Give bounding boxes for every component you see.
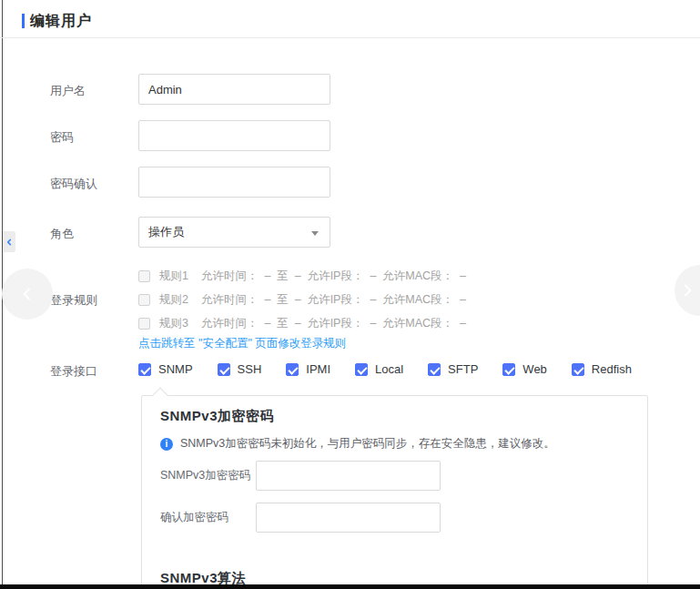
rule3-checkbox[interactable] bbox=[138, 318, 150, 330]
bottom-black-bar bbox=[0, 584, 700, 589]
rule3-detail: 允许时间： – 至 – 允许IP段： – 允许MAC段： – bbox=[201, 316, 466, 331]
login-rules-list: 规则1 允许时间： – 至 – 允许IP段： – 允许MAC段： – 规则2 允… bbox=[138, 264, 466, 335]
username-label: 用户名 bbox=[50, 83, 86, 99]
login-rules-label: 登录规则 bbox=[50, 292, 97, 309]
snmpv3-confirm-input[interactable] bbox=[256, 503, 441, 533]
rule2-checkbox[interactable] bbox=[138, 294, 150, 306]
panel-callout-notch bbox=[153, 388, 168, 403]
page-title: 编辑用户 bbox=[30, 12, 92, 31]
role-label: 角色 bbox=[50, 226, 74, 242]
sftp-checkbox[interactable] bbox=[428, 363, 441, 376]
snmpv3-panel-title: SNMPv3加密密码 bbox=[160, 408, 647, 425]
iface-web: Web bbox=[502, 362, 547, 376]
rule1-detail: 允许时间： – 至 – 允许IP段： – 允许MAC段： – bbox=[201, 269, 466, 284]
login-interfaces-group: SNMP SSH IPMI Local SFTP Web Redfish bbox=[138, 362, 632, 376]
redfish-label: Redfish bbox=[592, 362, 632, 376]
snmpv3-info-row: i SNMPv3加密密码未初始化，与用户密码同步，存在安全隐患，建议修改。 bbox=[160, 436, 647, 452]
carousel-next-button[interactable] bbox=[675, 265, 700, 316]
snmp-label: SNMP bbox=[158, 362, 193, 376]
web-checkbox[interactable] bbox=[502, 363, 515, 376]
rule3-name: 规则3 bbox=[159, 316, 188, 331]
local-checkbox[interactable] bbox=[355, 363, 368, 376]
iface-ipmi: IPMI bbox=[286, 362, 330, 376]
iface-sftp: SFTP bbox=[428, 362, 478, 376]
role-select[interactable]: 操作员 bbox=[138, 217, 330, 248]
ssh-checkbox[interactable] bbox=[218, 363, 230, 376]
title-accent-bar bbox=[22, 14, 25, 28]
snmpv3-password-label: SNMPv3加密密码 bbox=[160, 468, 256, 483]
username-input[interactable] bbox=[138, 74, 330, 105]
web-label: Web bbox=[522, 362, 547, 376]
snmp-checkbox[interactable] bbox=[138, 363, 151, 376]
snmpv3-password-row: SNMPv3加密密码 bbox=[160, 461, 647, 491]
password-confirm-label: 密码确认 bbox=[50, 176, 97, 192]
password-confirm-input[interactable] bbox=[138, 167, 330, 198]
iface-redfish: Redfish bbox=[572, 362, 632, 376]
login-rule-row-1: 规则1 允许时间： – 至 – 允许IP段： – 允许MAC段： – bbox=[138, 264, 466, 288]
snmpv3-info-text: SNMPv3加密密码未初始化，与用户密码同步，存在安全隐患，建议修改。 bbox=[180, 436, 555, 452]
iface-local: Local bbox=[355, 362, 403, 376]
chevron-left-icon bbox=[5, 238, 13, 247]
iface-ssh: SSH bbox=[218, 362, 262, 376]
security-config-link[interactable]: 点击跳转至 "安全配置" 页面修改登录规则 bbox=[138, 336, 346, 351]
snmpv3-password-input[interactable] bbox=[256, 461, 441, 491]
password-input[interactable] bbox=[138, 120, 330, 151]
role-selected-value: 操作员 bbox=[148, 224, 184, 240]
snmpv3-confirm-label: 确认加密密码 bbox=[160, 510, 256, 525]
local-label: Local bbox=[375, 362, 403, 376]
rule1-checkbox[interactable] bbox=[138, 270, 150, 282]
chevron-down-icon bbox=[311, 231, 319, 236]
info-icon: i bbox=[160, 438, 173, 451]
chevron-right-icon bbox=[680, 281, 695, 300]
chevron-left-icon bbox=[20, 285, 35, 303]
login-rule-row-2: 规则2 允许时间： – 至 – 允许IP段： – 允许MAC段： – bbox=[138, 288, 466, 311]
ipmi-label: IPMI bbox=[306, 362, 330, 376]
sftp-label: SFTP bbox=[448, 362, 478, 376]
rule1-name: 规则1 bbox=[159, 269, 188, 284]
login-interfaces-label: 登录接口 bbox=[50, 363, 97, 380]
redfish-checkbox[interactable] bbox=[572, 363, 584, 376]
password-label: 密码 bbox=[50, 129, 74, 146]
carousel-prev-button[interactable] bbox=[2, 269, 53, 320]
rule2-detail: 允许时间： – 至 – 允许IP段： – 允许MAC段： – bbox=[201, 292, 466, 308]
snmpv3-confirm-row: 确认加密密码 bbox=[160, 503, 647, 533]
login-rule-row-3: 规则3 允许时间： – 至 – 允许IP段： – 允许MAC段： – bbox=[138, 311, 466, 335]
ssh-label: SSH bbox=[238, 362, 262, 376]
rule2-name: 规则2 bbox=[159, 292, 188, 308]
snmpv3-panel: SNMPv3加密密码 i SNMPv3加密密码未初始化，与用户密码同步，存在安全… bbox=[141, 395, 648, 589]
header-divider bbox=[0, 37, 700, 38]
edit-user-page: 编辑用户 用户名 密码 密码确认 角色 操作员 登录规则 规则1 允许时间： –… bbox=[0, 0, 700, 589]
iface-snmp: SNMP bbox=[138, 362, 193, 376]
sidebar-collapse-button[interactable] bbox=[3, 231, 15, 252]
ipmi-checkbox[interactable] bbox=[286, 363, 299, 376]
